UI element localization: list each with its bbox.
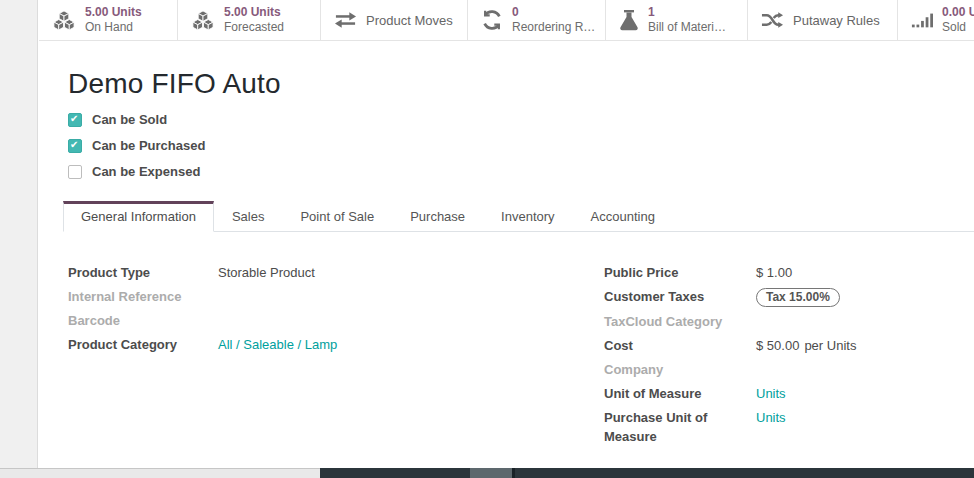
bill-of-materials-label: Bill of Materi… (648, 20, 726, 35)
unit-of-measure-link[interactable]: Units (756, 386, 786, 401)
cost-value[interactable]: $ 50.00 (756, 338, 799, 353)
product-moves-label: Product Moves (366, 13, 453, 28)
tab-accounting[interactable]: Accounting (573, 200, 673, 232)
taskbar-strip (0, 468, 974, 478)
product-type-row: Product Type Storable Product (68, 263, 604, 282)
product-category-label: Product Category (68, 335, 218, 354)
forecasted-label: Forecasted (224, 20, 284, 35)
barcode-label: Barcode (68, 311, 218, 330)
cubes-icon (191, 9, 215, 32)
putaway-rules-label: Putaway Rules (793, 13, 880, 28)
customer-taxes-label: Customer Taxes (604, 287, 756, 306)
sold-value: 0.00 U (942, 5, 974, 20)
taskbar-dark-segment (320, 468, 974, 478)
general-information-panel: Product Type Storable Product Internal R… (68, 263, 974, 451)
cost-label: Cost (604, 336, 756, 355)
product-sheet: Demo FIFO Auto Can be Sold Can be Purcha… (39, 68, 974, 451)
product-type-label: Product Type (68, 263, 218, 282)
customer-taxes-row: Customer Taxes Tax 15.00% (604, 287, 972, 307)
product-type-value[interactable]: Storable Product (218, 263, 315, 282)
barcode-row: Barcode (68, 311, 604, 330)
on-hand-value: 5.00 Units (85, 5, 142, 20)
flask-icon (619, 9, 639, 31)
public-price-value[interactable]: $ 1.00 (756, 263, 792, 282)
can-be-purchased-checkbox[interactable] (68, 139, 82, 153)
on-hand-label: On Hand (85, 20, 142, 35)
tab-point-of-sale[interactable]: Point of Sale (282, 200, 392, 232)
customer-taxes-tag[interactable]: Tax 15.00% (756, 288, 840, 307)
product-category-link[interactable]: All / Saleable / Lamp (218, 337, 337, 352)
internal-reference-row: Internal Reference (68, 287, 604, 306)
purchase-uom-link[interactable]: Units (756, 410, 786, 425)
can-be-expensed-row: Can be Expensed (68, 164, 974, 179)
cost-row: Cost $ 50.00per Units (604, 336, 972, 355)
purchase-uom-label: Purchase Unit of Measure (604, 408, 756, 446)
chart-bars-icon (911, 10, 933, 30)
cost-uom-suffix: per Units (804, 338, 856, 353)
taskbar-active-item[interactable] (470, 468, 512, 478)
public-price-row: Public Price $ 1.00 (604, 263, 972, 282)
taskbar-divider (512, 468, 515, 478)
tab-sales[interactable]: Sales (214, 200, 283, 232)
purchase-uom-row: Purchase Unit of Measure Units (604, 408, 972, 446)
company-row: Company (604, 360, 972, 379)
taxcloud-category-label: TaxCloud Category (604, 312, 756, 331)
forecasted-button[interactable]: 5.00 Units Forecasted (178, 0, 321, 40)
page-left-gutter (0, 0, 38, 468)
sold-label: Sold (942, 20, 974, 35)
can-be-purchased-label: Can be Purchased (92, 138, 205, 153)
product-form-window: 5.00 Units On Hand 5.00 Units Forecasted (39, 0, 974, 468)
sold-button[interactable]: 0.00 U Sold (898, 0, 974, 40)
exchange-icon (334, 11, 357, 29)
tab-inventory[interactable]: Inventory (483, 200, 572, 232)
product-title[interactable]: Demo FIFO Auto (68, 68, 974, 100)
company-label: Company (604, 360, 756, 379)
product-moves-button[interactable]: Product Moves (321, 0, 468, 40)
can-be-sold-row: Can be Sold (68, 112, 974, 127)
public-price-label: Public Price (604, 263, 756, 282)
unit-of-measure-row: Unit of Measure Units (604, 384, 972, 403)
can-be-expensed-label: Can be Expensed (92, 164, 200, 179)
bill-of-materials-button[interactable]: 1 Bill of Materi… (606, 0, 748, 40)
stat-button-bar: 5.00 Units On Hand 5.00 Units Forecasted (39, 0, 974, 41)
bill-of-materials-value: 1 (648, 5, 726, 20)
forecasted-value: 5.00 Units (224, 5, 284, 20)
cubes-icon (52, 9, 76, 32)
shuffle-icon (761, 11, 784, 29)
taxcloud-category-row: TaxCloud Category (604, 312, 972, 331)
can-be-purchased-row: Can be Purchased (68, 138, 974, 153)
form-right-column: Public Price $ 1.00 Customer Taxes Tax 1… (604, 263, 972, 451)
product-category-row: Product Category All / Saleable / Lamp (68, 335, 604, 354)
on-hand-button[interactable]: 5.00 Units On Hand (39, 0, 178, 40)
can-be-expensed-checkbox[interactable] (68, 165, 82, 179)
can-be-sold-label: Can be Sold (92, 112, 167, 127)
reordering-rules-label: Reordering R… (512, 20, 595, 35)
tab-purchase[interactable]: Purchase (392, 200, 483, 232)
putaway-rules-button[interactable]: Putaway Rules (748, 0, 898, 40)
form-left-column: Product Type Storable Product Internal R… (68, 263, 604, 451)
taskbar-light-segment (0, 468, 320, 478)
internal-reference-label: Internal Reference (68, 287, 218, 306)
refresh-icon (481, 9, 503, 31)
can-be-sold-checkbox[interactable] (68, 113, 82, 127)
unit-of-measure-label: Unit of Measure (604, 384, 756, 403)
reordering-rules-value: 0 (512, 5, 595, 20)
reordering-rules-button[interactable]: 0 Reordering R… (468, 0, 606, 40)
notebook-tabs: General Information Sales Point of Sale … (63, 200, 974, 232)
tab-general-information[interactable]: General Information (63, 201, 214, 232)
